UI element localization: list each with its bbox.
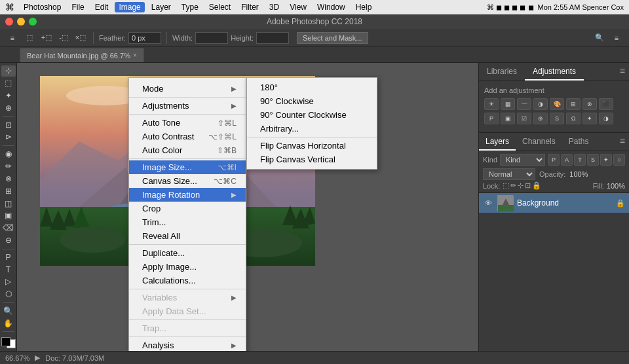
adj-vibrance-btn[interactable]: 🎨 (550, 98, 564, 110)
adj-photofiler-btn[interactable]: P (484, 113, 499, 124)
lock-all-icon[interactable]: 🔒 (532, 181, 541, 190)
apple-logo-icon[interactable]: ⌘ (5, 2, 14, 12)
move-tool-btn[interactable]: ⊹ (1, 65, 16, 77)
menu-item-trim[interactable]: Trim... (129, 215, 246, 229)
eraser-btn[interactable]: ◫ (1, 198, 16, 209)
brush-tool-btn[interactable]: ✏ (1, 161, 16, 172)
adj-colorbalance-btn[interactable]: ⊗ (582, 98, 597, 110)
doc-tab-close[interactable]: × (133, 52, 137, 59)
layer-item-background[interactable]: 👁 Background 🔒 (479, 193, 629, 213)
menu-item-crop[interactable]: Crop (129, 202, 246, 215)
layers-panel-collapse-icon[interactable]: ≡ (616, 133, 629, 151)
layer-visibility-icon[interactable]: 👁 (483, 198, 493, 208)
adj-colorlookup-btn[interactable]: ☑ (517, 113, 531, 124)
adj-bw-btn[interactable]: ⬛ (599, 98, 613, 110)
type-tool-btn[interactable]: T (1, 264, 16, 275)
path-select-btn[interactable]: ▷ (1, 276, 16, 287)
adj-channelmixer-btn[interactable]: ▣ (501, 113, 515, 124)
intersect-marquee-btn[interactable]: ×⬚ (73, 31, 88, 45)
search-button[interactable]: 🔍 (592, 31, 607, 45)
minimize-button[interactable] (17, 18, 25, 26)
menubar-select[interactable]: Select (205, 2, 235, 12)
menubar-type[interactable]: Type (178, 2, 202, 12)
adj-hsl-btn[interactable]: ⊞ (566, 98, 581, 110)
color-swatches[interactable] (1, 337, 16, 348)
menu-item-canvas-size[interactable]: Canvas Size... ⌥⌘C (129, 174, 246, 188)
lock-transparency-icon[interactable]: ⬚ (503, 181, 509, 190)
menu-item-adjustments[interactable]: Adjustments ▶ (129, 99, 246, 113)
adj-invert-btn[interactable]: ⊕ (533, 113, 548, 124)
menu-item-reveal-all[interactable]: Reveal All (129, 229, 246, 243)
submenu-item-90cw[interactable]: 90° Clockwise (247, 94, 377, 108)
menu-item-apply-image[interactable]: Apply Image... (129, 260, 246, 274)
marquee-tool-btn[interactable]: ⬚ (1, 78, 16, 89)
add-marquee-btn[interactable]: +⬚ (39, 31, 54, 45)
adj-gradient-map-btn[interactable]: ✦ (582, 113, 597, 124)
submenu-item-90ccw[interactable]: 90° Counter Clockwise (247, 108, 377, 122)
submenu-item-180[interactable]: 180° (247, 81, 377, 94)
options-button[interactable]: ≡ (5, 31, 20, 45)
height-input[interactable] (256, 32, 289, 44)
history-brush-btn[interactable]: ⊞ (1, 185, 16, 196)
menubar-help[interactable]: Help (352, 2, 376, 12)
menu-item-auto-tone[interactable]: Auto Tone ⇧⌘L (129, 116, 246, 130)
menubar-3d[interactable]: 3D (265, 2, 283, 12)
menubar-file[interactable]: File (67, 2, 88, 12)
filter-type-icon[interactable]: T (574, 154, 586, 166)
menubar-photoshop[interactable]: Photoshop (20, 2, 65, 12)
maximize-button[interactable] (29, 18, 37, 26)
blur-btn[interactable]: ⌫ (1, 223, 16, 234)
tab-libraries[interactable]: Libraries (479, 63, 525, 81)
right-panel-collapse-icon[interactable]: ≡ (616, 63, 629, 81)
close-button[interactable] (5, 18, 13, 26)
menu-item-duplicate[interactable]: Duplicate... (129, 246, 246, 260)
adj-exposure-btn[interactable]: ◑ (533, 98, 548, 110)
select-mask-button[interactable]: Select and Mask... (297, 32, 368, 44)
zoom-tool-btn[interactable]: 🔍 (1, 306, 16, 317)
menu-item-image-size[interactable]: Image Size... ⌥⌘I (129, 160, 246, 174)
menu-item-analysis[interactable]: Analysis ▶ (129, 338, 246, 351)
menubar-view[interactable]: View (286, 2, 311, 12)
adj-levels-btn[interactable]: ▦ (501, 98, 515, 110)
gradient-btn[interactable]: ▣ (1, 210, 16, 221)
adj-selective-btn[interactable]: ◑ (599, 113, 613, 124)
workspace-button[interactable]: ≡ (609, 31, 624, 45)
heal-brush-btn[interactable]: ◉ (1, 149, 16, 160)
tab-paths[interactable]: Paths (562, 133, 596, 151)
submenu-item-flip-v[interactable]: Flip Canvas Vertical (247, 153, 377, 166)
shape-tool-btn[interactable]: ⬡ (1, 289, 16, 300)
menubar-edit[interactable]: Edit (91, 2, 113, 12)
filter-pixel-icon[interactable]: P (548, 154, 560, 166)
menu-item-auto-color[interactable]: Auto Color ⇧⌘B (129, 143, 246, 157)
kind-dropdown[interactable]: Kind (500, 154, 545, 166)
menubar-window[interactable]: Window (313, 2, 349, 12)
lasso-tool-btn[interactable]: ✦ (1, 90, 16, 101)
pen-tool-btn[interactable]: P (1, 251, 16, 263)
tab-layers[interactable]: Layers (479, 133, 516, 151)
crop-tool-btn[interactable]: ⊡ (1, 119, 16, 130)
lock-artboard-icon[interactable]: ⊡ (525, 181, 531, 190)
eyedropper-btn[interactable]: ⊳ (1, 132, 16, 143)
filter-toggle-icon[interactable]: ○ (613, 154, 625, 166)
menubar-image[interactable]: Image (115, 2, 144, 12)
submenu-item-flip-h[interactable]: Flip Canvas Horizontal (247, 139, 377, 153)
foreground-color-swatch[interactable] (1, 337, 10, 346)
adj-brightness-btn[interactable]: ☀ (484, 98, 499, 110)
menu-item-image-rotation[interactable]: Image Rotation ▶ (129, 188, 246, 202)
submenu-item-arbitrary[interactable]: Arbitrary... (247, 122, 377, 136)
adj-threshold-btn[interactable]: Ω (566, 113, 581, 124)
tab-channels[interactable]: Channels (516, 133, 562, 151)
feather-input[interactable] (128, 32, 161, 44)
filter-adjustment-icon[interactable]: A (561, 154, 573, 166)
subtract-marquee-btn[interactable]: -⬚ (56, 31, 71, 45)
menu-item-mode[interactable]: Mode ▶ (129, 82, 246, 96)
new-marquee-btn[interactable]: ⬚ (22, 31, 37, 45)
doc-tab[interactable]: Bear Hat Mountain.jpg @ 66.7% × (20, 48, 144, 62)
lock-image-icon[interactable]: ✏ (510, 181, 516, 190)
width-input[interactable] (195, 32, 228, 44)
adj-curves-btn[interactable]: 〰 (517, 98, 531, 110)
tab-adjustments[interactable]: Adjustments (525, 63, 584, 81)
hand-tool-btn[interactable]: ✋ (1, 318, 16, 329)
menu-item-calculations[interactable]: Calculations... (129, 274, 246, 287)
lock-position-icon[interactable]: ⊹ (518, 181, 524, 190)
